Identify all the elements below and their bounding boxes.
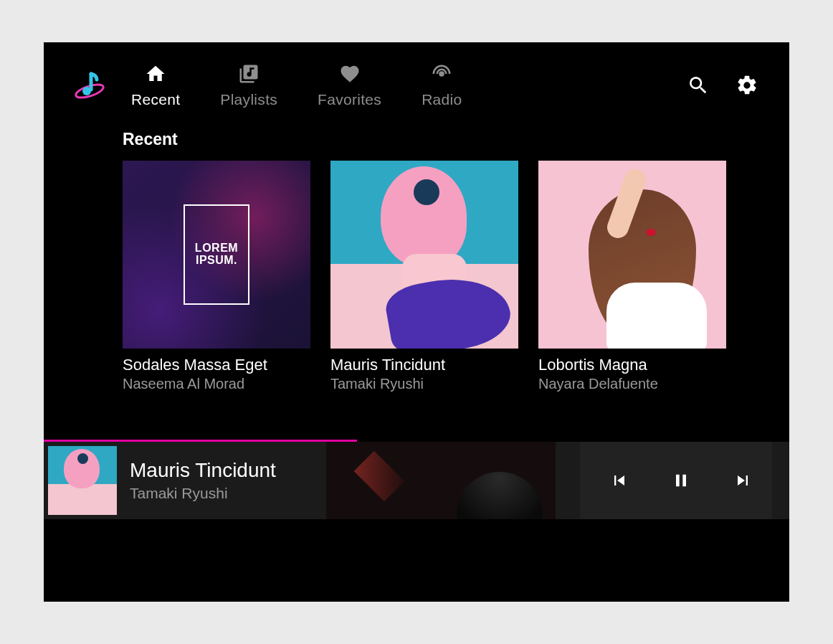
next-track-button[interactable] (732, 470, 753, 491)
album-cover (330, 161, 518, 349)
album-artist: Tamaki Ryushi (330, 376, 518, 392)
topbar-actions (686, 73, 759, 98)
home-icon (144, 62, 167, 85)
album-cover-text: LOREM IPSUM. (184, 204, 249, 305)
gear-icon[interactable] (735, 73, 759, 98)
album-cards-row: LOREM IPSUM. Sodales Massa Eget Naseema … (123, 161, 789, 392)
album-card[interactable]: LOREM IPSUM. Sodales Massa Eget Naseema … (123, 161, 310, 392)
svg-point-2 (439, 71, 445, 77)
heart-icon (338, 62, 361, 85)
queue-item[interactable] (441, 442, 556, 519)
nav-tabs: Recent Playlists Favorites Radio (131, 62, 462, 108)
now-playing-info[interactable]: Mauris Tincidunt Tamaki Ryushi (130, 459, 316, 502)
previous-track-button[interactable] (609, 470, 630, 491)
app-logo (70, 65, 110, 105)
section-title: Recent (123, 130, 789, 149)
tab-label: Favorites (318, 91, 381, 108)
album-cover (538, 161, 726, 349)
tab-recent[interactable]: Recent (131, 62, 180, 108)
album-card[interactable]: Lobortis Magna Nayara Delafuente (538, 161, 726, 392)
tab-radio[interactable]: Radio (422, 62, 462, 108)
now-playing-artist: Tamaki Ryushi (130, 485, 316, 502)
svg-point-1 (82, 87, 91, 95)
tab-playlists[interactable]: Playlists (220, 62, 277, 108)
radio-icon (430, 62, 453, 85)
album-title: Sodales Massa Eget (123, 356, 310, 374)
music-player-screen: Recent Playlists Favorites Radio (44, 42, 789, 602)
library-music-icon (237, 62, 260, 85)
queue-item[interactable] (326, 442, 441, 519)
tab-label: Radio (422, 91, 462, 108)
tab-label: Playlists (220, 91, 277, 108)
now-playing-title: Mauris Tincidunt (130, 459, 316, 482)
album-title: Mauris Tincidunt (330, 356, 518, 374)
tab-favorites[interactable]: Favorites (318, 62, 381, 108)
album-title: Lobortis Magna (538, 356, 726, 374)
now-playing-bar: Mauris Tincidunt Tamaki Ryushi (44, 442, 789, 519)
top-bar: Recent Playlists Favorites Radio (44, 42, 789, 123)
now-playing-thumbnail[interactable] (48, 446, 117, 515)
search-icon[interactable] (686, 73, 710, 98)
album-cover: LOREM IPSUM. (123, 161, 310, 349)
album-card[interactable]: Mauris Tincidunt Tamaki Ryushi (330, 161, 518, 392)
now-playing-queue-preview (326, 442, 570, 519)
album-artist: Nayara Delafuente (538, 376, 726, 392)
album-artist: Naseema Al Morad (123, 376, 310, 392)
playback-controls (580, 442, 772, 519)
recent-section: Recent LOREM IPSUM. Sodales Massa Eget N… (44, 123, 789, 392)
pause-button[interactable] (670, 470, 692, 491)
tab-label: Recent (131, 91, 180, 108)
